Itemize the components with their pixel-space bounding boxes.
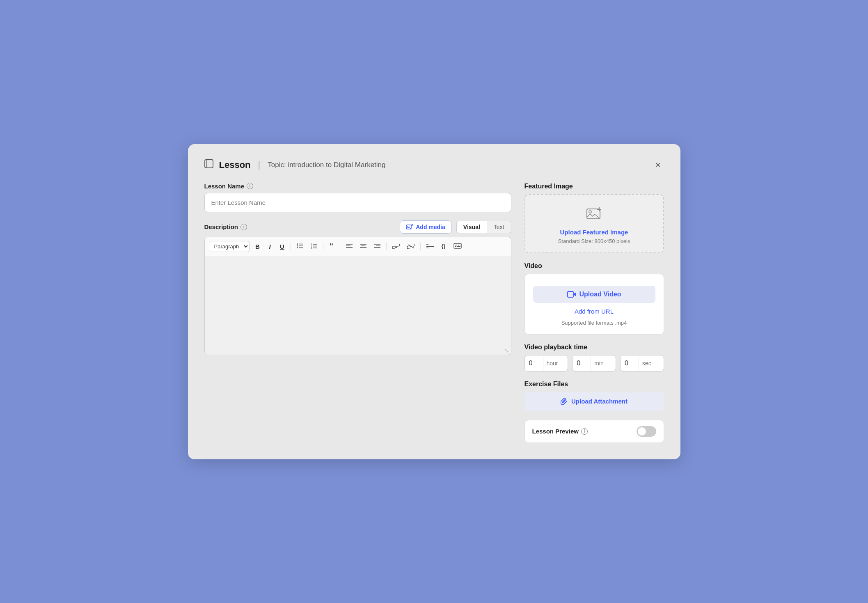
add-media-icon — [406, 224, 413, 230]
supported-formats-text: Supported file formats .mp4 — [561, 320, 627, 326]
close-button[interactable]: × — [652, 159, 664, 171]
link-button[interactable] — [389, 241, 403, 252]
description-label: Description i — [204, 223, 247, 230]
video-box: Upload Video Add from URL Supported file… — [524, 274, 664, 335]
visual-text-tabs: Visual Text — [456, 221, 511, 233]
playback-min-input[interactable] — [573, 355, 591, 371]
toolbar-sep-1 — [291, 243, 291, 250]
attachment-icon — [561, 398, 568, 405]
featured-image-title: Featured Image — [524, 183, 664, 190]
upload-video-icon — [567, 291, 576, 298]
lesson-preview-label: Lesson Preview i — [532, 428, 588, 435]
upload-image-icon — [586, 206, 602, 225]
underline-button[interactable]: U — [277, 241, 288, 252]
lesson-preview-toggle[interactable] — [637, 426, 656, 437]
description-info-icon: i — [240, 224, 247, 230]
svg-rect-37 — [455, 246, 456, 247]
upload-attachment-button[interactable]: Upload Attachment — [524, 392, 664, 411]
modal-header: Lesson | Topic: introduction to Digital … — [204, 159, 664, 171]
description-header: Description i Add media — [204, 220, 511, 234]
svg-line-28 — [408, 245, 414, 248]
tab-visual[interactable]: Visual — [456, 221, 487, 233]
playback-hour-input[interactable] — [525, 355, 543, 371]
svg-rect-36 — [460, 245, 460, 245]
lesson-preview-info-icon: i — [581, 428, 588, 435]
lesson-name-label: Lesson Name i — [204, 183, 511, 190]
lesson-modal: Lesson | Topic: introduction to Digital … — [188, 144, 680, 459]
editor-body[interactable]: ⤡ — [205, 256, 511, 355]
upload-video-button[interactable]: Upload Video — [533, 286, 655, 303]
exercise-title: Exercise Files — [524, 381, 664, 388]
lesson-name-input[interactable] — [204, 193, 511, 212]
align-center-button[interactable] — [357, 241, 370, 252]
description-controls: Add media Visual Text — [400, 220, 511, 234]
svg-point-9 — [297, 245, 298, 246]
hr-button[interactable] — [423, 241, 437, 252]
italic-button[interactable]: I — [264, 241, 276, 252]
playback-title: Video playback time — [524, 344, 664, 351]
svg-rect-43 — [568, 291, 573, 297]
editor-toolbar: Paragraph B I U 1.2.3. " — [205, 237, 511, 256]
unordered-list-button[interactable] — [293, 241, 307, 252]
add-from-url-link[interactable]: Add from URL — [575, 308, 614, 315]
svg-text:3.: 3. — [311, 247, 313, 249]
editor-resize-handle: ⤡ — [504, 347, 509, 354]
keyboard-button[interactable] — [450, 241, 465, 252]
playback-section: Video playback time hour min sec — [524, 344, 664, 371]
lesson-preview-section: Lesson Preview i — [524, 420, 664, 443]
modal-divider: | — [258, 160, 261, 170]
playback-sec-field: sec — [620, 355, 664, 371]
svg-rect-33 — [455, 245, 456, 245]
left-panel: Lesson Name i Description i — [204, 183, 511, 443]
svg-point-40 — [589, 211, 591, 213]
upload-featured-link[interactable]: Upload Featured Image — [560, 229, 628, 236]
align-left-button[interactable] — [343, 241, 356, 252]
toolbar-sep-3 — [340, 243, 340, 250]
modal-title: Lesson — [219, 160, 251, 170]
tab-text[interactable]: Text — [487, 221, 511, 233]
modal-body: Lesson Name i Description i — [204, 183, 664, 443]
playback-sec-label: sec — [639, 356, 655, 371]
lesson-name-info-icon: i — [247, 183, 253, 189]
modal-subtitle: Topic: introduction to Digital Marketing — [268, 161, 385, 169]
blockquote-button[interactable]: " — [326, 241, 337, 252]
right-panel: Featured Image Upload Featured Image Sta… — [524, 183, 664, 443]
svg-rect-38 — [457, 246, 460, 247]
playback-hour-field: hour — [524, 355, 568, 371]
toolbar-sep-5 — [420, 243, 421, 250]
playback-inputs: hour min sec — [524, 355, 664, 371]
svg-rect-35 — [458, 245, 459, 245]
exercise-section: Exercise Files Upload Attachment — [524, 381, 664, 411]
svg-rect-34 — [456, 245, 457, 245]
playback-min-label: min — [591, 356, 607, 371]
playback-sec-input[interactable] — [621, 355, 639, 371]
ordered-list-button[interactable]: 1.2.3. — [307, 241, 321, 252]
editor-container: Paragraph B I U 1.2.3. " — [204, 237, 511, 355]
toolbar-sep-4 — [386, 243, 387, 250]
video-section: Video Upload Video Add from URL Supporte… — [524, 262, 664, 335]
featured-image-box: Upload Featured Image Standard Size: 800… — [524, 194, 664, 253]
svg-point-7 — [297, 243, 298, 245]
add-media-button[interactable]: Add media — [400, 220, 451, 234]
bold-button[interactable]: B — [252, 241, 263, 252]
playback-min-field: min — [572, 355, 616, 371]
standard-size-text: Standard Size: 800x450 pixels — [558, 238, 630, 244]
unlink-button[interactable] — [404, 241, 418, 252]
toolbar-sep-2 — [323, 243, 323, 250]
code-button[interactable]: {} — [438, 242, 449, 251]
video-title: Video — [524, 262, 664, 270]
svg-point-3 — [408, 226, 408, 227]
svg-rect-32 — [454, 243, 461, 248]
playback-hour-label: hour — [543, 356, 561, 371]
lesson-icon — [204, 159, 213, 170]
svg-rect-0 — [205, 160, 213, 168]
svg-point-11 — [297, 247, 298, 248]
align-right-button[interactable] — [371, 241, 384, 252]
paragraph-select[interactable]: Paragraph — [209, 241, 250, 252]
modal-title-group: Lesson | Topic: introduction to Digital … — [204, 159, 386, 170]
